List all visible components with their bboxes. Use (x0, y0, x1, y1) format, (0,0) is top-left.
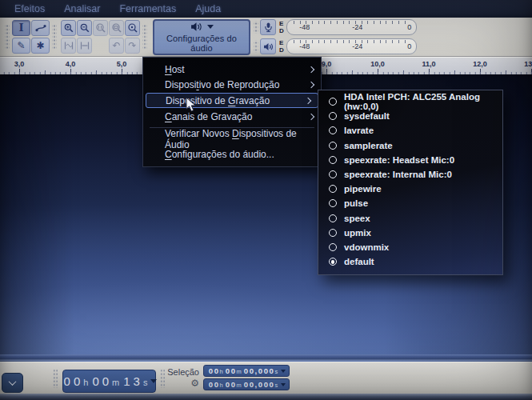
audio-setup-grip[interactable] (142, 24, 147, 50)
undo-button[interactable]: ↶ (109, 38, 124, 54)
menu-item[interactable]: Configurações do áudio... (143, 146, 321, 162)
field-dropdown-icon[interactable] (281, 370, 286, 373)
zoom-selection-button[interactable] (93, 20, 108, 36)
playback-meter-button[interactable] (260, 38, 276, 54)
selection-end-field[interactable]: 00h00m00,000s (203, 378, 290, 390)
menu-item[interactable]: Host (143, 62, 321, 77)
silence-audio-button[interactable] (77, 38, 92, 54)
toolbar-dock: I ✎ ✱ (0, 18, 532, 57)
recording-device-option[interactable]: speexrate: Headset Mic:0 (318, 153, 502, 167)
submenu-arrow-icon (308, 81, 314, 87)
recording-device-option[interactable]: sysdefault (318, 109, 502, 123)
trim-audio-icon (63, 42, 74, 50)
recording-meter-grip[interactable] (254, 21, 258, 34)
chevron-down-icon (9, 378, 17, 386)
menu-item[interactable]: Canais de Gravação (143, 109, 321, 124)
radio-icon (329, 156, 337, 164)
meter-scale-label: -24 (352, 23, 362, 31)
menubar-item[interactable]: Analisar (64, 3, 100, 14)
time-minutes: 00 (92, 374, 112, 388)
time-display[interactable]: 00h00m13s (62, 370, 156, 393)
recording-meter-scale[interactable]: -48 -24 0 (286, 19, 417, 35)
undo-icon: ↶ (112, 41, 120, 50)
time-toolbar-grip[interactable] (53, 369, 58, 388)
radio-icon (329, 243, 337, 251)
playback-meter-scale[interactable]: -48 -24 0 (286, 38, 417, 54)
radio-icon (329, 98, 337, 106)
ruler-label: 9,0 (322, 60, 332, 68)
menubar-item[interactable]: Ferramentas (119, 3, 176, 14)
menu-item-label: Dispositivo de Gravação (166, 95, 270, 106)
tools-toolbar-grip[interactable] (5, 24, 10, 50)
recording-device-option[interactable]: speexrate: Internal Mic:0 (318, 167, 502, 182)
meter-scale-label: 0 (407, 42, 411, 50)
zoom-in-button[interactable] (61, 20, 76, 36)
radio-icon (329, 258, 337, 266)
ruler-label: 10,0 (370, 60, 385, 68)
time-format-dropdown-icon[interactable] (150, 379, 157, 383)
recording-device-option[interactable]: default (318, 254, 502, 269)
zoom-fit-project-button[interactable] (109, 20, 124, 36)
meter-scale-label: 0 (407, 23, 411, 31)
selection-tool-button[interactable]: I (12, 20, 30, 36)
edit-toolbar-grip[interactable] (52, 24, 57, 50)
draw-tool-button[interactable]: ✎ (12, 38, 30, 54)
ruler-major-tick (70, 69, 71, 74)
menu-item-label: Canais de Gravação (165, 111, 252, 122)
recording-device-submenu: HDA Intel PCH: ALC255 Analog (hw:0,0)sys… (318, 90, 503, 275)
time-unit: m (112, 378, 119, 387)
radio-icon (329, 214, 337, 222)
device-option-label: speexrate: Headset Mic:0 (344, 155, 454, 165)
multi-tool-button[interactable]: ✱ (31, 38, 50, 54)
field-dropdown-icon[interactable] (281, 383, 286, 386)
radio-icon (329, 199, 337, 207)
device-option-label: samplerate (344, 141, 393, 150)
star-icon: ✱ (36, 41, 44, 50)
menu-item[interactable]: Verificar Novos Dispositivos de Áudio (143, 131, 321, 146)
menu-item[interactable]: Dispositivo de Gravação (146, 93, 318, 108)
time-unit: s (143, 378, 148, 387)
selection-start-field[interactable]: 00h00m00,000s (203, 365, 290, 377)
silence-audio-icon (79, 42, 90, 50)
radio-icon (329, 126, 337, 134)
playback-meter-grip[interactable] (254, 40, 258, 53)
menubar-item[interactable]: Efeitos (14, 3, 45, 14)
recording-device-option[interactable]: vdownmix (318, 240, 502, 254)
ruler-label: 3,0 (14, 60, 25, 68)
device-option-label: speex (344, 214, 370, 223)
recording-device-option[interactable]: upmix (318, 226, 502, 240)
recording-device-option[interactable]: samplerate (318, 138, 502, 153)
menubar-item[interactable]: Ajuda (195, 3, 221, 14)
recording-device-option[interactable]: speex (318, 211, 502, 226)
envelope-tool-button[interactable] (31, 20, 50, 36)
ruler-major-tick (480, 69, 481, 74)
meter-toolbars: ED -48 -24 0 ED -48 -24 0 (252, 18, 417, 55)
redo-icon: ↷ (128, 41, 136, 50)
gear-icon[interactable]: ⚙ (164, 378, 199, 389)
meter-scale-label: -24 (352, 42, 362, 50)
meter-left-label: E (279, 39, 284, 46)
ruler-label: 12,0 (473, 60, 487, 68)
pencil-icon: ✎ (17, 41, 25, 50)
zoom-out-button[interactable] (77, 20, 92, 36)
menu-item[interactable]: Dispositivo de Reprodução (143, 77, 321, 92)
recording-device-option[interactable]: pipewire (318, 182, 502, 196)
redo-button[interactable]: ↷ (125, 38, 140, 54)
zoom-toggle-button[interactable] (125, 20, 140, 36)
zoom-fit-icon (112, 23, 122, 33)
trim-audio-button[interactable] (61, 38, 76, 54)
device-option-label: vdownmix (344, 242, 389, 252)
recording-device-option[interactable]: pulse (318, 196, 502, 210)
toolbar-collapse-button[interactable] (2, 373, 23, 393)
menu-item-label: Dispositivo de Reprodução (165, 79, 279, 90)
record-meter-button[interactable] (260, 19, 276, 35)
envelope-icon (35, 23, 46, 33)
device-option-label: speexrate: Internal Mic:0 (344, 170, 452, 179)
meter-right-label: D (279, 46, 284, 54)
recording-device-option[interactable]: HDA Intel PCH: ALC255 Analog (hw:0,0) (318, 94, 502, 109)
audio-setup-button[interactable]: Configurações do áudio (153, 19, 250, 55)
recording-device-option[interactable]: lavrate (318, 123, 502, 138)
mouse-cursor (186, 97, 198, 113)
menu-item-label: Host (165, 64, 185, 75)
ruler-label: 13,0 (524, 60, 532, 68)
